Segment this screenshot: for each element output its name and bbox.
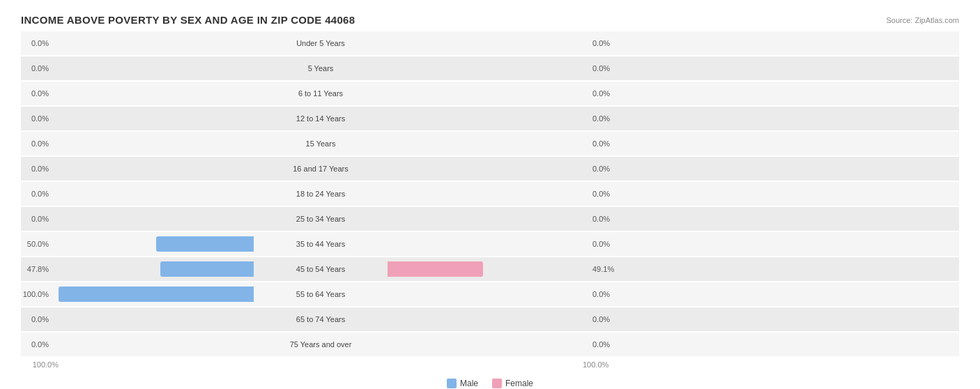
male-value: 0.0% (22, 64, 49, 73)
female-value: 0.0% (592, 315, 619, 323)
male-bar (156, 236, 254, 252)
axis-right: 100.0% (383, 360, 620, 369)
male-value: 0.0% (22, 165, 49, 173)
right-bar-container (388, 236, 590, 252)
male-value: 0.0% (22, 340, 49, 349)
male-value: 100.0% (22, 290, 49, 298)
male-value: 0.0% (22, 139, 49, 148)
left-section: 0.0% (21, 337, 258, 352)
male-value: 50.0% (22, 240, 49, 248)
right-bar-container (388, 211, 590, 227)
male-value: 0.0% (22, 190, 49, 198)
right-section: 0.0% (383, 211, 620, 227)
axis-row: 100.0% 100.0% (21, 358, 959, 372)
left-bar-container (52, 36, 254, 51)
bar-row: 0.0% 5 Years 0.0% (21, 56, 959, 80)
left-section: 100.0% (21, 287, 258, 302)
male-value: 47.8% (22, 265, 49, 273)
bar-row: 0.0% 12 to 14 Years 0.0% (21, 107, 959, 130)
age-label: 75 Years and over (258, 340, 383, 349)
age-label: 6 to 11 Years (258, 89, 383, 98)
bar-row: 0.0% 75 Years and over 0.0% (21, 333, 959, 356)
right-section: 49.1% (383, 261, 620, 277)
female-value: 0.0% (592, 340, 619, 349)
bar-row: 0.0% 18 to 24 Years 0.0% (21, 182, 959, 206)
legend-male: Male (447, 379, 478, 388)
right-section: 0.0% (383, 287, 620, 302)
left-bar-container (52, 86, 254, 101)
legend-female: Female (492, 379, 533, 388)
female-value: 0.0% (592, 215, 619, 223)
chart-area: 0.0% Under 5 Years 0.0% 0.0% 5 Years 0.0… (21, 31, 959, 372)
right-bar-container (388, 61, 590, 76)
axis-left-value: 100.0% (33, 360, 59, 369)
left-bar-container (52, 111, 254, 126)
left-bar-container (52, 161, 254, 176)
bar-row: 100.0% 55 to 64 Years 0.0% (21, 282, 959, 306)
male-value: 0.0% (22, 89, 49, 98)
bar-row: 50.0% 35 to 44 Years 0.0% (21, 232, 959, 256)
legend-female-box (492, 379, 502, 388)
female-value: 0.0% (592, 64, 619, 73)
female-value: 0.0% (592, 190, 619, 198)
right-section: 0.0% (383, 136, 620, 151)
right-bar-container (388, 312, 590, 327)
right-bar-container (388, 337, 590, 352)
bar-row: 0.0% 65 to 74 Years 0.0% (21, 307, 959, 331)
bar-row: 47.8% 45 to 54 Years 49.1% (21, 257, 959, 281)
right-section: 0.0% (383, 312, 620, 327)
age-label: 16 and 17 Years (258, 165, 383, 173)
right-section: 0.0% (383, 86, 620, 101)
left-bar-container (52, 236, 254, 252)
left-bar-container (52, 61, 254, 76)
left-section: 0.0% (21, 36, 258, 51)
female-bar (388, 261, 483, 277)
legend: Male Female (21, 379, 959, 388)
left-section: 0.0% (21, 211, 258, 227)
female-value: 0.0% (592, 290, 619, 298)
left-section: 0.0% (21, 61, 258, 76)
left-section: 0.0% (21, 312, 258, 327)
left-bar-container (52, 211, 254, 227)
male-value: 0.0% (22, 215, 49, 223)
left-section: 0.0% (21, 186, 258, 201)
female-value: 49.1% (592, 265, 619, 273)
female-value: 0.0% (592, 89, 619, 98)
right-bar-container (388, 161, 590, 176)
right-section: 0.0% (383, 161, 620, 176)
female-value: 0.0% (592, 139, 619, 148)
left-bar-container (52, 261, 254, 277)
right-section: 0.0% (383, 236, 620, 252)
male-value: 0.0% (22, 315, 49, 323)
male-bar (160, 261, 254, 277)
left-bar-container (52, 186, 254, 201)
age-label: 25 to 34 Years (258, 215, 383, 223)
bar-row: 0.0% 15 Years 0.0% (21, 132, 959, 155)
right-bar-container (388, 136, 590, 151)
axis-left: 100.0% (21, 360, 258, 369)
right-section: 0.0% (383, 186, 620, 201)
left-bar-container (52, 287, 254, 302)
right-bar-container (388, 86, 590, 101)
female-value: 0.0% (592, 39, 619, 47)
female-value: 0.0% (592, 114, 619, 123)
left-section: 0.0% (21, 86, 258, 101)
legend-male-label: Male (460, 379, 478, 388)
female-value: 0.0% (592, 240, 619, 248)
male-bar (59, 287, 254, 302)
left-bar-container (52, 337, 254, 352)
right-bar-container (388, 261, 590, 277)
age-label: 18 to 24 Years (258, 190, 383, 198)
legend-male-box (447, 379, 457, 388)
left-section: 0.0% (21, 111, 258, 126)
right-bar-container (388, 36, 590, 51)
age-label: Under 5 Years (258, 39, 383, 47)
age-label: 45 to 54 Years (258, 265, 383, 273)
right-section: 0.0% (383, 61, 620, 76)
bar-row: 0.0% 16 and 17 Years 0.0% (21, 157, 959, 181)
female-value: 0.0% (592, 165, 619, 173)
age-label: 15 Years (258, 139, 383, 148)
right-bar-container (388, 186, 590, 201)
left-section: 0.0% (21, 161, 258, 176)
left-bar-container (52, 136, 254, 151)
